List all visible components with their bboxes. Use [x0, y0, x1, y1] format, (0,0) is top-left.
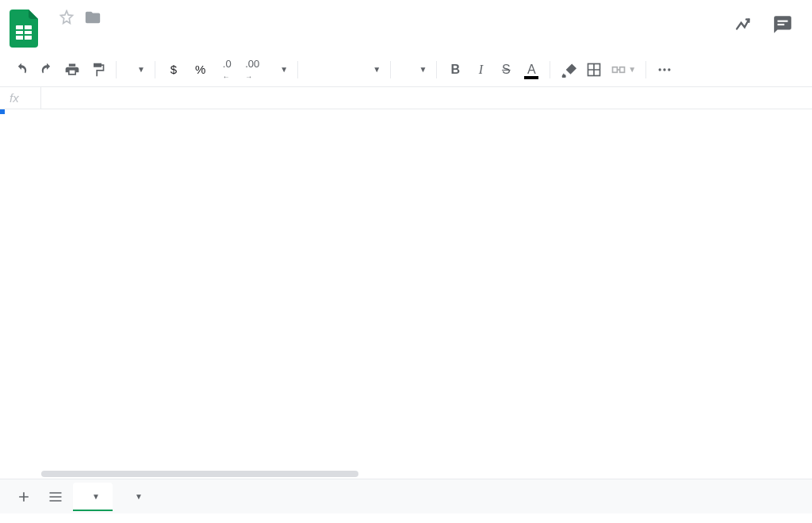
- sheet-tab-master-list[interactable]: ▼: [116, 483, 155, 511]
- increase-decimal-button[interactable]: .00→: [240, 59, 264, 81]
- menu-help[interactable]: [163, 33, 174, 40]
- chevron-down-icon[interactable]: ▼: [92, 492, 100, 501]
- formula-fx-label: fx: [0, 87, 41, 109]
- more-formats-button[interactable]: ▼: [266, 59, 291, 81]
- formula-input[interactable]: [41, 87, 812, 109]
- menu-bar: [49, 33, 734, 40]
- star-icon[interactable]: [59, 10, 75, 25]
- menu-insert[interactable]: [92, 33, 103, 40]
- sheet-tabs-bar: ▼ ▼: [0, 479, 812, 513]
- redo-button[interactable]: [35, 59, 59, 81]
- merge-cells-button[interactable]: ▼: [607, 59, 639, 81]
- font-family-select[interactable]: ▼: [304, 59, 384, 81]
- font-size-select[interactable]: ▼: [397, 59, 430, 81]
- horizontal-scrollbar[interactable]: [41, 469, 812, 479]
- all-sheets-button[interactable]: [41, 483, 70, 511]
- svg-rect-1: [778, 21, 788, 22]
- zoom-select[interactable]: ▼: [123, 59, 148, 81]
- svg-rect-2: [778, 24, 785, 25]
- svg-point-6: [659, 68, 661, 71]
- format-percent-button[interactable]: %: [187, 59, 213, 81]
- strikethrough-button[interactable]: S: [494, 59, 518, 81]
- borders-button[interactable]: [582, 59, 606, 81]
- sheet-tab-active[interactable]: ▼: [73, 483, 113, 511]
- menu-addons[interactable]: [149, 33, 160, 40]
- print-button[interactable]: [60, 59, 84, 81]
- menu-format[interactable]: [106, 33, 117, 40]
- add-sheet-button[interactable]: [10, 483, 38, 511]
- toolbar: ▼ $ % .0← .00→ ▼ ▼ ▼ B I S A ▼: [0, 52, 812, 87]
- activity-trend-icon[interactable]: [734, 14, 755, 35]
- more-toolbar-button[interactable]: [653, 59, 676, 81]
- menu-tools[interactable]: [135, 33, 146, 40]
- svg-point-7: [664, 68, 666, 71]
- italic-button[interactable]: I: [469, 59, 492, 81]
- svg-rect-4: [613, 67, 618, 72]
- menu-view[interactable]: [78, 33, 89, 40]
- svg-point-8: [668, 68, 670, 71]
- menu-data[interactable]: [121, 33, 132, 40]
- text-color-button[interactable]: A: [519, 59, 543, 81]
- menu-edit[interactable]: [63, 33, 75, 40]
- chevron-down-icon[interactable]: ▼: [135, 492, 143, 501]
- move-folder-icon[interactable]: [84, 9, 102, 26]
- paint-format-button[interactable]: [86, 59, 109, 81]
- comments-icon[interactable]: [772, 14, 793, 35]
- undo-button[interactable]: [10, 59, 33, 81]
- bold-button[interactable]: B: [443, 59, 467, 81]
- format-currency-button[interactable]: $: [162, 59, 186, 81]
- menu-file[interactable]: [49, 33, 60, 40]
- sheets-logo[interactable]: [10, 10, 38, 48]
- save-status[interactable]: [178, 33, 190, 40]
- spreadsheet-grid[interactable]: [0, 109, 812, 479]
- svg-rect-5: [620, 67, 625, 72]
- fill-color-button[interactable]: [557, 59, 580, 81]
- decrease-decimal-button[interactable]: .0←: [215, 59, 239, 81]
